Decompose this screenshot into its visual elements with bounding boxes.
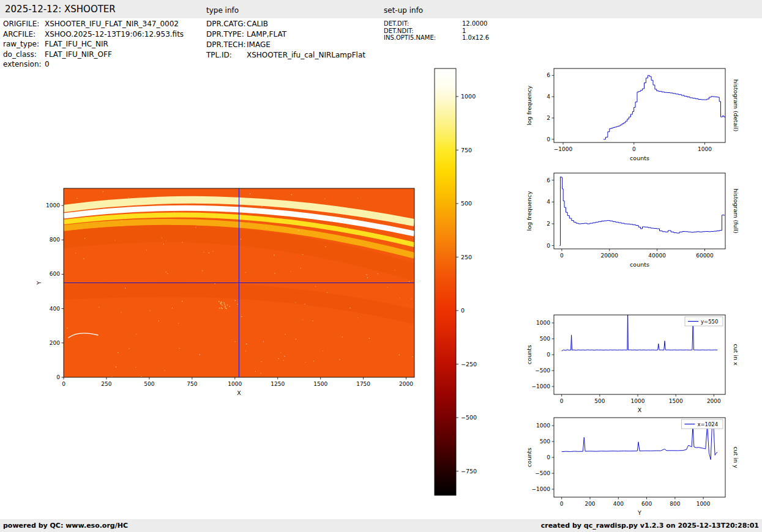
svg-text:1500: 1500: [313, 381, 327, 387]
field-value: CALIB: [247, 19, 268, 29]
svg-text:−500: −500: [535, 368, 550, 374]
field-label: DPR.CATG:: [206, 19, 247, 29]
svg-text:1250: 1250: [271, 381, 285, 387]
field-label: DPR.TYPE:: [206, 29, 247, 40]
file-info-row: extension:0: [3, 59, 184, 70]
axes-box: [554, 315, 725, 394]
axes-box: [554, 418, 725, 497]
series-x=1024: [562, 424, 718, 460]
footer-created-by: created by qc_rawdisp.py v1.2.3 on 2025-…: [541, 522, 759, 530]
svg-text:2000: 2000: [399, 381, 413, 387]
series-histogram-full: [559, 177, 724, 245]
svg-text:2000: 2000: [707, 398, 721, 404]
field-value: 1.0x12.6: [462, 34, 489, 42]
svg-text:−750: −750: [461, 468, 477, 475]
svg-text:60000: 60000: [696, 253, 714, 259]
field-label: raw_type:: [3, 39, 45, 50]
cut-in-y-plot: 02004006008001000−1000−50005001000Ycount…: [526, 410, 757, 523]
field-label: extension:: [3, 59, 45, 70]
svg-text:1000: 1000: [698, 146, 712, 152]
svg-text:histogram (full): histogram (full): [733, 188, 739, 233]
svg-text:2: 2: [547, 221, 550, 227]
svg-text:counts: counts: [630, 261, 649, 268]
svg-text:1000: 1000: [697, 501, 711, 507]
svg-text:400: 400: [613, 501, 624, 507]
file-info-row: ORIGFILE:XSHOOTER_IFU_FLAT_NIR_347_0002: [3, 19, 184, 29]
svg-text:counts: counts: [526, 448, 532, 467]
svg-text:−500: −500: [535, 470, 550, 476]
svg-text:200: 200: [50, 340, 60, 346]
field-label: ORIGFILE:: [3, 19, 45, 29]
page-title: 2025-12-12: XSHOOTER: [5, 4, 116, 15]
type-info-row: TPL.ID:XSHOOTER_ifu_cal_NIRLampFlat: [206, 50, 365, 61]
field-value: XSHOO.2025-12-13T19:06:12.953.fits: [45, 29, 184, 40]
svg-text:250: 250: [101, 381, 111, 387]
setup-info-row: DET.DIT:12.0000: [384, 20, 489, 28]
file-info-row: do_class:FLAT_IFU_NIR_OFF: [3, 50, 184, 60]
svg-text:1000: 1000: [46, 202, 60, 209]
setup-info-heading: set-up info: [384, 6, 423, 15]
svg-text:20000: 20000: [600, 253, 618, 259]
file-info-block: ORIGFILE:XSHOOTER_IFU_FLAT_NIR_347_0002 …: [3, 19, 184, 70]
svg-text:−250: −250: [461, 361, 477, 368]
histogram-full-plot: 02000040000600000246countslog frequencyh…: [526, 166, 757, 275]
svg-text:0: 0: [560, 253, 564, 259]
cut-in-x-plot: 0500100015002000−1000−50005001000Xcounts…: [526, 308, 757, 420]
svg-text:0: 0: [547, 136, 550, 142]
type-info-row: DPR.TECH:IMAGE: [206, 40, 365, 50]
svg-text:−500: −500: [461, 414, 477, 421]
svg-text:600: 600: [50, 271, 60, 277]
type-info-row: DPR.CATG:CALIB: [206, 19, 365, 29]
header-bar: 2025-12-12: XSHOOTER type info set-up in…: [0, 0, 762, 18]
field-label: INS.OPTI5.NAME:: [384, 34, 462, 42]
svg-text:0: 0: [461, 307, 465, 314]
svg-text:500: 500: [540, 438, 550, 445]
detector-image: [64, 188, 414, 377]
svg-text:0: 0: [62, 381, 65, 387]
svg-text:4: 4: [547, 199, 550, 205]
svg-text:cut in y: cut in y: [733, 446, 739, 468]
svg-text:500: 500: [461, 200, 472, 207]
svg-text:750: 750: [461, 147, 472, 153]
svg-text:1500: 1500: [669, 398, 683, 404]
field-value: LAMP,FLAT: [247, 29, 286, 40]
svg-text:40000: 40000: [648, 253, 666, 259]
svg-text:cut in x: cut in x: [733, 344, 739, 366]
svg-text:X: X: [237, 390, 241, 396]
svg-text:counts: counts: [526, 345, 532, 364]
field-value: FLAT_IFU_NIR_OFF: [45, 50, 112, 60]
svg-text:1000: 1000: [536, 320, 550, 326]
field-value: 0: [45, 59, 50, 70]
svg-text:counts: counts: [630, 155, 649, 161]
field-label: DET.NDIT:: [384, 28, 462, 35]
svg-text:400: 400: [50, 306, 60, 312]
svg-text:0: 0: [547, 352, 550, 358]
svg-text:200: 200: [585, 501, 595, 507]
svg-text:y=550: y=550: [701, 319, 718, 325]
field-label: ARCFILE:: [3, 29, 45, 40]
field-label: do_class:: [3, 50, 45, 60]
footer-bar: powered by QC: www.eso.org/HC created by…: [0, 519, 762, 532]
svg-text:6: 6: [547, 177, 550, 183]
histogram-detail-plot: −1000010000246countslog frequencyhistogr…: [526, 61, 757, 168]
axes-box: [554, 173, 725, 249]
svg-text:0: 0: [547, 243, 550, 249]
svg-text:2: 2: [547, 115, 550, 121]
file-info-row: raw_type:FLAT_IFU_HC_NIR: [3, 39, 184, 50]
svg-text:−1000: −1000: [532, 383, 551, 390]
svg-text:log frequency: log frequency: [526, 191, 532, 231]
colorbar: 10007505002500−250−500−750: [431, 64, 493, 504]
file-info-row: ARCFILE:XSHOO.2025-12-13T19:06:12.953.fi…: [3, 29, 184, 40]
svg-text:1000: 1000: [228, 381, 242, 387]
svg-text:0: 0: [560, 398, 564, 404]
setup-info-row: DET.NDIT:1: [384, 28, 489, 35]
type-info-block: DPR.CATG:CALIB DPR.TYPE:LAMP,FLAT DPR.TE…: [206, 19, 365, 61]
series-y=550: [562, 308, 718, 351]
colorbar-gradient: [435, 68, 456, 495]
svg-text:0: 0: [560, 501, 564, 507]
svg-text:4: 4: [547, 94, 550, 100]
qc-report-page: 2025-12-12: XSHOOTER type info set-up in…: [0, 0, 762, 532]
setup-info-block: DET.DIT:12.0000 DET.NDIT:1 INS.OPTI5.NAM…: [384, 20, 489, 42]
field-value: 12.0000: [462, 20, 487, 28]
field-label: TPL.ID:: [206, 50, 247, 61]
